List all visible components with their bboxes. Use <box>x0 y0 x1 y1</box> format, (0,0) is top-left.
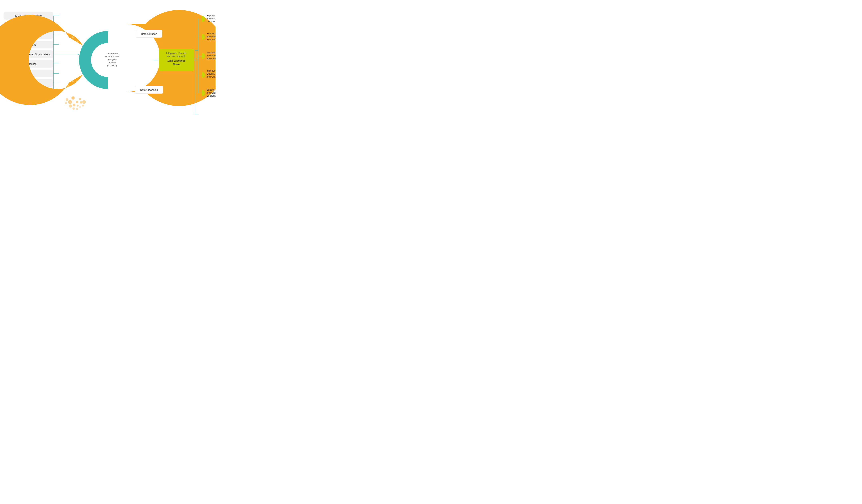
svg-rect-10 <box>4 60 53 68</box>
exchange-title-normal: Integrated, Secure,and Interoperable <box>167 51 188 57</box>
svg-text:and AI-Driven: and AI-Driven <box>207 17 216 20</box>
svg-text:Ingestion: Ingestion <box>91 60 101 63</box>
svg-text:and Outcomes: and Outcomes <box>207 76 216 78</box>
svg-text:Support Automation: Support Automation <box>207 89 216 91</box>
svg-rect-14 <box>4 79 53 87</box>
svg-rect-2 <box>4 22 53 29</box>
svg-point-59 <box>80 101 82 104</box>
svg-text:Health AI and: Health AI and <box>105 55 119 58</box>
svg-text:and Policy: and Policy <box>207 35 216 38</box>
svg-point-62 <box>76 108 78 110</box>
svg-rect-40 <box>63 10 155 112</box>
svg-text:Accelerate: Accelerate <box>207 51 216 54</box>
exchange-title-italic: Data ExchangeModel <box>162 58 192 65</box>
svg-text:Data: Data <box>93 57 99 59</box>
svg-text:Data Cleansing: Data Cleansing <box>140 89 158 91</box>
svg-text:Platform: Platform <box>108 62 116 64</box>
svg-text:Case Reports: Case Reports <box>21 43 36 46</box>
svg-text:Enhance Program: Enhance Program <box>207 32 216 35</box>
svg-rect-49 <box>136 30 162 38</box>
svg-text:MMIS Claims/Eligibility: MMIS Claims/Eligibility <box>15 14 42 17</box>
svg-text:Analytics: Analytics <box>107 58 117 61</box>
svg-text:Quality, Equity, Experience,: Quality, Equity, Experience, <box>207 72 216 75</box>
svg-rect-4 <box>4 31 53 39</box>
svg-text:Social/Human Services: Social/Human Services <box>15 34 42 37</box>
svg-text:HMIS: HMIS <box>25 72 32 75</box>
svg-rect-6 <box>4 41 53 49</box>
svg-text:and Gain Operational: and Gain Operational <box>207 91 216 94</box>
svg-point-61 <box>73 107 75 110</box>
svg-point-67 <box>65 102 67 104</box>
exchange-box: Integrated, Secure,and Interoperable Dat… <box>160 48 194 68</box>
svg-point-38 <box>93 40 129 76</box>
svg-text:Clinical (EMR/HIE/QHIN/Lab): Clinical (EMR/HIE/QHIN/Lab) <box>11 24 45 27</box>
svg-point-57 <box>73 104 76 106</box>
svg-point-41 <box>91 43 125 77</box>
svg-point-64 <box>82 100 86 104</box>
svg-point-55 <box>79 98 81 100</box>
svg-text:Interoperability: Interoperability <box>207 54 216 57</box>
svg-text:Decision Making: Decision Making <box>207 20 216 23</box>
svg-rect-8 <box>4 50 53 58</box>
svg-point-66 <box>66 98 68 101</box>
svg-point-60 <box>69 104 72 108</box>
svg-rect-0 <box>4 12 53 19</box>
svg-point-65 <box>82 105 84 107</box>
svg-text:Assessments: Assessments <box>21 82 36 84</box>
svg-text:(GHAAP): (GHAAP) <box>107 64 117 67</box>
svg-point-58 <box>77 105 79 107</box>
svg-text:Others: Others <box>24 91 32 94</box>
svg-point-63 <box>79 106 81 108</box>
svg-point-36 <box>81 28 141 88</box>
svg-point-54 <box>76 101 78 103</box>
svg-text:Expand Data: Expand Data <box>207 14 216 17</box>
svg-text:and Collaboration: and Collaboration <box>207 57 216 60</box>
svg-text:Government: Government <box>106 52 118 55</box>
svg-point-53 <box>71 96 75 100</box>
diagram-container: Integrated, Secure,and Interoperable Dat… <box>0 0 216 126</box>
svg-rect-51 <box>135 86 163 94</box>
svg-text:Improve Care Access,: Improve Care Access, <box>207 69 216 72</box>
svg-text:Effectiveness: Effectiveness <box>207 38 216 41</box>
svg-text:Vital Statistics: Vital Statistics <box>21 62 37 65</box>
svg-rect-16 <box>4 89 53 96</box>
svg-text:Data Curation: Data Curation <box>141 32 157 36</box>
svg-text:Efficiencies: Efficiencies <box>207 94 216 97</box>
svg-text:SDoH/Community Based Organizat: SDoH/Community Based Organizations <box>6 53 50 56</box>
svg-marker-34 <box>78 53 79 55</box>
svg-point-56 <box>68 100 72 104</box>
svg-rect-12 <box>4 70 53 77</box>
